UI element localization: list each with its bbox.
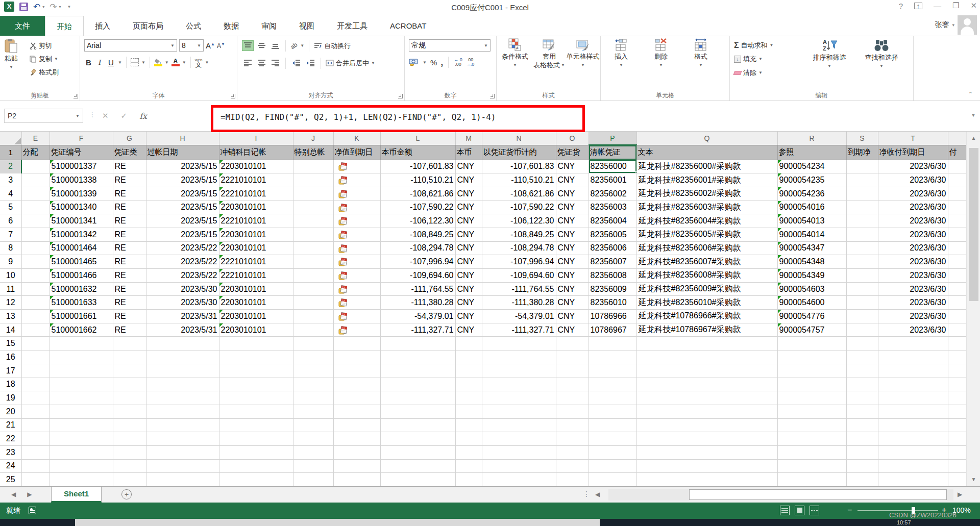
row-header-14[interactable]: 14 bbox=[0, 323, 21, 337]
cell-U15[interactable] bbox=[948, 337, 966, 350]
cell-U8[interactable] bbox=[948, 241, 966, 255]
cell-O24[interactable] bbox=[556, 459, 589, 473]
cell-R6[interactable]: 9000054013 bbox=[777, 214, 846, 228]
cell-Q4[interactable]: 延龙科技#82356002#采购款 bbox=[636, 187, 777, 201]
format-painter-button[interactable]: 格式刷 bbox=[30, 66, 59, 79]
zoom-out-button[interactable]: − bbox=[847, 506, 852, 515]
cell-P11[interactable]: 82356009 bbox=[589, 282, 636, 296]
cell-F24[interactable] bbox=[50, 459, 113, 473]
cell-L19[interactable] bbox=[380, 391, 455, 405]
row-header-6[interactable]: 6 bbox=[0, 214, 21, 228]
cell-T14[interactable]: 2023/6/30 bbox=[878, 323, 948, 337]
align-bottom-button[interactable] bbox=[270, 41, 281, 51]
row-header-18[interactable]: 18 bbox=[0, 378, 21, 391]
col-header-F[interactable]: F bbox=[50, 132, 113, 145]
paste-button[interactable]: 粘贴 ▼ bbox=[4, 38, 18, 71]
ribbon-display-options-button[interactable]: ↑ bbox=[914, 3, 922, 9]
cell-L25[interactable] bbox=[380, 473, 455, 486]
cell-H12[interactable]: 2023/5/30 bbox=[146, 296, 219, 310]
cell-M18[interactable] bbox=[455, 378, 482, 391]
cell-F15[interactable] bbox=[50, 337, 113, 350]
cell-G21[interactable] bbox=[113, 418, 146, 432]
cell-H6[interactable]: 2023/5/15 bbox=[146, 214, 219, 228]
cell-U21[interactable] bbox=[948, 418, 966, 432]
cell-F8[interactable]: 5100001464 bbox=[50, 241, 113, 255]
cell-S22[interactable] bbox=[846, 432, 878, 446]
merge-dropdown-icon[interactable]: ▼ bbox=[371, 61, 375, 65]
cell-L2[interactable]: -107,601.83 bbox=[380, 160, 455, 173]
cell-styles-dropdown-icon[interactable]: ▼ bbox=[581, 61, 585, 69]
cell-R3[interactable]: 9000054235 bbox=[777, 173, 846, 187]
cell-K5[interactable]: 12 bbox=[333, 201, 380, 214]
cell-F11[interactable]: 5100001632 bbox=[50, 282, 113, 296]
row-header-23[interactable]: 23 bbox=[0, 445, 21, 459]
font-name-combo[interactable]: Arial▼ bbox=[84, 39, 177, 52]
cell-S6[interactable] bbox=[846, 214, 878, 228]
cell-N18[interactable] bbox=[482, 378, 556, 391]
cell-T15[interactable] bbox=[878, 337, 948, 350]
cell-I14[interactable]: 2203010101 bbox=[219, 323, 293, 337]
insert-cells-button[interactable]: 插入 ▼ bbox=[607, 38, 635, 69]
cell-G7[interactable]: RE bbox=[113, 228, 146, 241]
cell-K21[interactable] bbox=[333, 418, 380, 432]
phonetic-guide-button[interactable]: wén文 bbox=[195, 58, 203, 67]
cell-R11[interactable]: 9000054603 bbox=[777, 282, 846, 296]
cell-K16[interactable] bbox=[333, 350, 380, 364]
orientation-dropdown-icon[interactable]: ▼ bbox=[300, 43, 304, 48]
cell-S19[interactable] bbox=[846, 391, 878, 405]
tab-开始[interactable]: 开始 bbox=[45, 16, 84, 36]
cell-H20[interactable] bbox=[146, 405, 219, 418]
cell-G9[interactable]: RE bbox=[113, 255, 146, 269]
new-sheet-button[interactable]: + bbox=[121, 489, 132, 499]
cell-O10[interactable]: CNY bbox=[556, 269, 589, 283]
cell-I23[interactable] bbox=[219, 445, 293, 459]
page-break-view-icon[interactable] bbox=[810, 506, 819, 515]
cell-H23[interactable] bbox=[146, 445, 219, 459]
cell-M5[interactable]: CNY bbox=[455, 201, 482, 214]
cell-I12[interactable]: 2203010101 bbox=[219, 296, 293, 310]
cell-Q23[interactable] bbox=[636, 445, 777, 459]
cell-E18[interactable] bbox=[21, 378, 50, 391]
cell-S7[interactable] bbox=[846, 228, 878, 241]
cell-N20[interactable] bbox=[482, 405, 556, 418]
cell-P8[interactable]: 82356006 bbox=[589, 241, 636, 255]
cell-P13[interactable]: 10786966 bbox=[589, 310, 636, 323]
cell-J6[interactable] bbox=[293, 214, 333, 228]
cell-N16[interactable] bbox=[482, 350, 556, 364]
cell-M20[interactable] bbox=[455, 405, 482, 418]
cell-P6[interactable]: 82356004 bbox=[589, 214, 636, 228]
tab-数据[interactable]: 数据 bbox=[212, 16, 250, 36]
cell-L16[interactable] bbox=[380, 350, 455, 364]
cell-L11[interactable]: -111,764.55 bbox=[380, 282, 455, 296]
cell-H2[interactable]: 2023/5/15 bbox=[146, 160, 219, 173]
hscroll-right-icon[interactable]: ▶ bbox=[958, 491, 962, 498]
cell-P15[interactable] bbox=[589, 337, 636, 350]
cell-Q18[interactable] bbox=[636, 378, 777, 391]
hscroll-left-icon[interactable]: ◀ bbox=[595, 491, 600, 498]
cell-I15[interactable] bbox=[219, 337, 293, 350]
cell-U9[interactable] bbox=[948, 255, 966, 269]
fill-button[interactable]: ↓ 填充 ▼ bbox=[734, 53, 774, 65]
cell-O5[interactable]: CNY bbox=[556, 201, 589, 214]
cell-M23[interactable] bbox=[455, 445, 482, 459]
cell-O17[interactable] bbox=[556, 364, 589, 378]
cell-N6[interactable]: -106,122.30 bbox=[482, 214, 556, 228]
avatar[interactable] bbox=[958, 15, 977, 35]
cell-T10[interactable]: 2023/6/30 bbox=[878, 269, 948, 283]
cell-P4[interactable]: 82356002 bbox=[589, 187, 636, 201]
cell-G24[interactable] bbox=[113, 459, 146, 473]
col-header-P[interactable]: P bbox=[589, 132, 636, 145]
cell-I21[interactable] bbox=[219, 418, 293, 432]
delete-cells-button[interactable]: 删除 ▼ bbox=[647, 38, 675, 69]
field-header-L[interactable]: 本币金额 bbox=[380, 145, 455, 160]
cell-M24[interactable] bbox=[455, 459, 482, 473]
row-header-25[interactable]: 25 bbox=[0, 473, 21, 486]
cell-G16[interactable] bbox=[113, 350, 146, 364]
cell-L18[interactable] bbox=[380, 378, 455, 391]
increase-indent-button[interactable] bbox=[305, 58, 316, 68]
field-header-O[interactable]: 凭证货 bbox=[556, 145, 589, 160]
cut-button[interactable]: 剪切 bbox=[30, 39, 59, 52]
tab-视图[interactable]: 视图 bbox=[288, 16, 326, 36]
cell-R24[interactable] bbox=[777, 459, 846, 473]
cell-R7[interactable]: 9000054014 bbox=[777, 228, 846, 241]
